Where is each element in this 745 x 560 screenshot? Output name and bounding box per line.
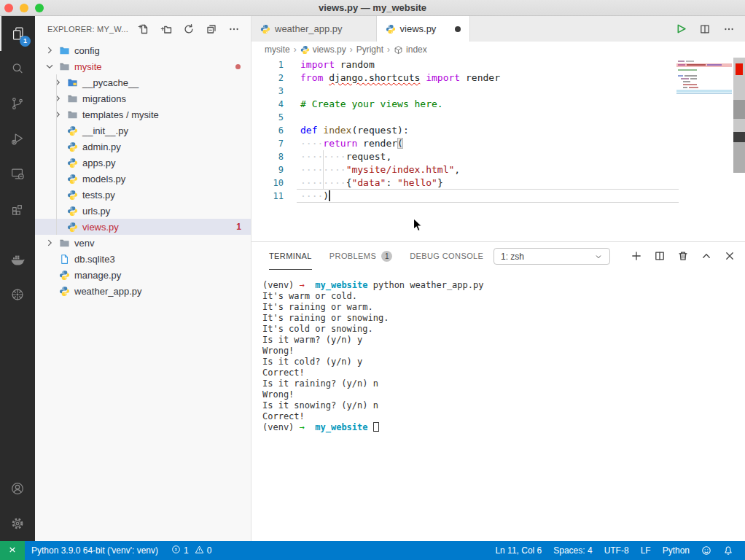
- activity-item-remote-explorer[interactable]: [0, 156, 35, 191]
- breadcrumb-item-pyright[interactable]: Pyright: [356, 44, 383, 55]
- status-python-interpreter[interactable]: Python 3.9.0 64-bit ('venv': venv): [25, 541, 165, 560]
- activity-item-run-debug[interactable]: [0, 121, 35, 156]
- status-eol[interactable]: LF: [635, 541, 657, 560]
- more-actions-icon[interactable]: [723, 23, 735, 35]
- tree-item-admin-py[interactable]: admin.py: [35, 139, 251, 155]
- activity-item-settings[interactable]: [0, 506, 35, 541]
- scrollbar-thumb[interactable]: [733, 100, 745, 119]
- new-folder-icon[interactable]: [160, 23, 172, 35]
- tree-item-apps-py[interactable]: apps.py: [35, 155, 251, 171]
- tree-item-config[interactable]: config: [35, 42, 251, 58]
- status-cursor-position[interactable]: Ln 11, Col 6: [489, 541, 547, 560]
- terminal-output[interactable]: (venv) → my_website python weather_app.p…: [262, 280, 483, 433]
- tree-item-init-py[interactable]: __init__.py: [35, 122, 251, 139]
- chevron-up-icon[interactable]: [701, 250, 712, 262]
- status-encoding[interactable]: UTF-8: [598, 541, 635, 560]
- code-line-2[interactable]: 2from django.shortcuts import render: [251, 71, 733, 85]
- code-token: import: [300, 59, 335, 70]
- minimap[interactable]: [676, 60, 732, 95]
- code-line-7[interactable]: 7····return render(: [251, 137, 733, 150]
- line-number[interactable]: 6: [251, 124, 285, 137]
- breadcrumb-item-index[interactable]: index: [394, 44, 427, 55]
- explorer-header: EXPLORER: MY_W...: [35, 16, 251, 42]
- code-line-1[interactable]: 1import random: [251, 58, 733, 71]
- file-icon: [58, 253, 70, 265]
- line-number[interactable]: 8: [251, 150, 285, 163]
- new-file-icon[interactable]: [138, 23, 149, 35]
- code-line-4[interactable]: 4# Create your views here.: [251, 98, 733, 111]
- feedback-smiley-icon[interactable]: [695, 541, 717, 560]
- code-line-10[interactable]: 10········{"data": "hello"}: [251, 176, 733, 190]
- line-number[interactable]: 4: [251, 98, 285, 111]
- scrollbar-thumb-dark[interactable]: [733, 132, 745, 142]
- activity-item-source-control[interactable]: [0, 86, 35, 121]
- tree-item-templates-mysite[interactable]: templates / mysite: [35, 106, 251, 122]
- panel-tab-terminal[interactable]: TERMINAL: [269, 242, 312, 270]
- activity-item-account[interactable]: [0, 471, 35, 506]
- activity-item-explorer[interactable]: 1: [0, 16, 35, 51]
- chevron-right-icon[interactable]: [52, 109, 63, 120]
- activity-item-kubernetes[interactable]: [0, 277, 35, 312]
- status-problems[interactable]: 1 0: [165, 541, 218, 560]
- run-icon[interactable]: [674, 23, 687, 35]
- editor-tab-bar: weather_app.py views.py: [251, 16, 745, 42]
- activity-badge: 1: [20, 36, 31, 47]
- tree-item-manage-py[interactable]: manage.py: [35, 267, 251, 283]
- line-number[interactable]: 9: [251, 163, 285, 176]
- activity-item-extensions[interactable]: [0, 191, 35, 226]
- code-line-5[interactable]: 5: [251, 111, 733, 124]
- chevron-right-icon[interactable]: [44, 237, 55, 249]
- code-line-6[interactable]: 6def index(request):: [251, 124, 733, 137]
- line-number[interactable]: 3: [251, 85, 285, 98]
- notifications-bell-icon[interactable]: [717, 541, 739, 560]
- trash-icon[interactable]: [677, 250, 689, 262]
- code-line-8[interactable]: 8········request,: [251, 150, 733, 163]
- split-terminal-icon[interactable]: [654, 250, 666, 262]
- terminal-shell-select[interactable]: 1: zsh: [494, 248, 610, 265]
- breadcrumb-item-mysite[interactable]: mysite: [265, 44, 290, 55]
- tree-item-migrations[interactable]: migrations: [35, 90, 251, 106]
- line-number[interactable]: 7: [251, 137, 285, 150]
- tree-item-tests-py[interactable]: tests.py: [35, 187, 251, 203]
- tree-item-urls-py[interactable]: urls.py: [35, 203, 251, 219]
- status-indentation[interactable]: Spaces: 4: [547, 541, 598, 560]
- close-icon[interactable]: [724, 250, 736, 262]
- chevron-right-icon[interactable]: [44, 44, 55, 56]
- line-number[interactable]: 5: [251, 111, 285, 124]
- unsaved-changes-dot[interactable]: [455, 26, 461, 32]
- tree-item-mysite[interactable]: mysite: [35, 58, 251, 74]
- tree-item-weather-app-py[interactable]: weather_app.py: [35, 283, 251, 299]
- chevron-right-icon[interactable]: [52, 77, 63, 88]
- collapse-folders-icon[interactable]: [206, 23, 217, 35]
- tree-item-views-py[interactable]: views.py1: [35, 219, 251, 235]
- tree-item-venv[interactable]: venv: [35, 235, 251, 251]
- more-actions-icon[interactable]: [228, 23, 240, 35]
- tree-item-db-sqlite3[interactable]: db.sqlite3: [35, 251, 251, 267]
- activity-item-docker[interactable]: [0, 242, 35, 277]
- code-editor[interactable]: 1import random2from django.shortcuts imp…: [251, 58, 745, 241]
- code-area[interactable]: 1import random2from django.shortcuts imp…: [251, 58, 733, 203]
- refresh-icon[interactable]: [183, 23, 195, 35]
- code-line-3[interactable]: 3: [251, 85, 733, 98]
- panel-tab-debug-console[interactable]: DEBUG CONSOLE: [410, 242, 483, 270]
- line-number[interactable]: 11: [251, 190, 285, 203]
- plus-icon[interactable]: [631, 250, 642, 262]
- breadcrumb-item-views-py[interactable]: views.py: [300, 44, 346, 55]
- tree-item-models-py[interactable]: models.py: [35, 171, 251, 187]
- split-editor-icon[interactable]: [699, 23, 711, 35]
- chevron-right-icon[interactable]: [52, 93, 63, 104]
- line-number[interactable]: 1: [251, 58, 285, 71]
- remote-indicator[interactable]: [0, 541, 25, 560]
- editor-scrollbar[interactable]: [733, 58, 745, 173]
- code-line-11[interactable]: 11····): [251, 190, 733, 203]
- activity-item-search[interactable]: [0, 51, 35, 86]
- tab-views-py[interactable]: views.py: [377, 16, 471, 42]
- panel-tab-problems[interactable]: PROBLEMS1: [329, 242, 392, 270]
- status-language-mode[interactable]: Python: [657, 541, 695, 560]
- tree-item-pycache[interactable]: __pycache__: [35, 74, 251, 90]
- line-number[interactable]: 2: [251, 71, 285, 85]
- tab-weather-app-py[interactable]: weather_app.py: [251, 16, 377, 42]
- code-line-9[interactable]: 9········"mysite/index.html",: [251, 163, 733, 176]
- chevron-down-icon[interactable]: [44, 61, 55, 72]
- line-number[interactable]: 10: [251, 176, 285, 190]
